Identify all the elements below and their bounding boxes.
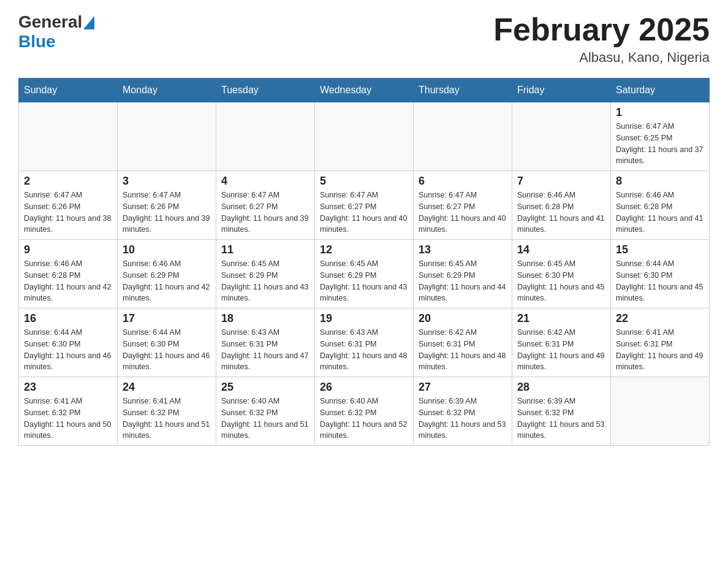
day-number: 2 [24, 175, 112, 188]
table-row [216, 102, 315, 171]
table-row: 26Sunrise: 6:40 AMSunset: 6:32 PMDayligh… [315, 377, 414, 446]
table-row: 12Sunrise: 6:45 AMSunset: 6:29 PMDayligh… [315, 240, 414, 308]
day-number: 17 [123, 312, 211, 325]
month-title: February 2025 [493, 12, 710, 47]
table-row: 21Sunrise: 6:42 AMSunset: 6:31 PMDayligh… [512, 308, 611, 377]
day-info: Sunrise: 6:45 AMSunset: 6:29 PMDaylight:… [419, 258, 507, 304]
table-row: 16Sunrise: 6:44 AMSunset: 6:30 PMDayligh… [19, 308, 118, 377]
day-info: Sunrise: 6:44 AMSunset: 6:30 PMDaylight:… [123, 327, 211, 373]
table-row: 27Sunrise: 6:39 AMSunset: 6:32 PMDayligh… [414, 377, 512, 446]
table-row: 24Sunrise: 6:41 AMSunset: 6:32 PMDayligh… [118, 377, 216, 446]
table-row [118, 102, 216, 171]
day-info: Sunrise: 6:45 AMSunset: 6:30 PMDaylight:… [517, 258, 605, 304]
day-number: 7 [517, 175, 605, 188]
day-number: 3 [123, 175, 211, 188]
table-row [414, 102, 512, 171]
day-info: Sunrise: 6:47 AMSunset: 6:27 PMDaylight:… [320, 190, 408, 236]
table-row: 20Sunrise: 6:42 AMSunset: 6:31 PMDayligh… [414, 308, 512, 377]
table-row: 3Sunrise: 6:47 AMSunset: 6:26 PMDaylight… [118, 171, 216, 240]
table-row: 5Sunrise: 6:47 AMSunset: 6:27 PMDaylight… [315, 171, 414, 240]
title-area: February 2025 Albasu, Kano, Nigeria [493, 12, 710, 66]
day-info: Sunrise: 6:47 AMSunset: 6:25 PMDaylight:… [616, 121, 704, 167]
calendar-week-row: 1Sunrise: 6:47 AMSunset: 6:25 PMDaylight… [19, 102, 710, 171]
svg-marker-0 [83, 16, 94, 29]
day-number: 4 [221, 175, 309, 188]
table-row: 15Sunrise: 6:44 AMSunset: 6:30 PMDayligh… [611, 240, 710, 308]
day-number: 8 [616, 175, 704, 188]
day-info: Sunrise: 6:47 AMSunset: 6:26 PMDaylight:… [123, 190, 211, 236]
day-info: Sunrise: 6:42 AMSunset: 6:31 PMDaylight:… [517, 327, 605, 373]
day-number: 21 [517, 312, 605, 325]
day-number: 23 [24, 381, 112, 394]
day-number: 5 [320, 175, 408, 188]
day-info: Sunrise: 6:43 AMSunset: 6:31 PMDaylight:… [320, 327, 408, 373]
day-number: 10 [123, 243, 211, 256]
table-row: 23Sunrise: 6:41 AMSunset: 6:32 PMDayligh… [19, 377, 118, 446]
table-row: 18Sunrise: 6:43 AMSunset: 6:31 PMDayligh… [216, 308, 315, 377]
day-number: 26 [320, 381, 408, 394]
day-number: 6 [419, 175, 507, 188]
col-thursday: Thursday [414, 79, 512, 102]
day-info: Sunrise: 6:47 AMSunset: 6:26 PMDaylight:… [24, 190, 112, 236]
logo-blue-text: Blue [18, 32, 56, 52]
col-sunday: Sunday [19, 79, 118, 102]
day-info: Sunrise: 6:47 AMSunset: 6:27 PMDaylight:… [419, 190, 507, 236]
location-title: Albasu, Kano, Nigeria [493, 50, 710, 66]
day-info: Sunrise: 6:45 AMSunset: 6:29 PMDaylight:… [320, 258, 408, 304]
day-number: 1 [616, 106, 704, 119]
day-info: Sunrise: 6:41 AMSunset: 6:32 PMDaylight:… [123, 396, 211, 442]
day-number: 28 [517, 381, 605, 394]
day-number: 13 [419, 243, 507, 256]
day-number: 24 [123, 381, 211, 394]
table-row: 14Sunrise: 6:45 AMSunset: 6:30 PMDayligh… [512, 240, 611, 308]
day-number: 22 [616, 312, 704, 325]
day-number: 12 [320, 243, 408, 256]
logo: General Blue [18, 12, 94, 52]
day-number: 27 [419, 381, 507, 394]
day-info: Sunrise: 6:40 AMSunset: 6:32 PMDaylight:… [320, 396, 408, 442]
col-monday: Monday [118, 79, 216, 102]
table-row [512, 102, 611, 171]
table-row: 13Sunrise: 6:45 AMSunset: 6:29 PMDayligh… [414, 240, 512, 308]
day-info: Sunrise: 6:40 AMSunset: 6:32 PMDaylight:… [221, 396, 309, 442]
logo-triangle-icon [83, 16, 94, 29]
table-row [315, 102, 414, 171]
col-saturday: Saturday [611, 79, 710, 102]
table-row: 7Sunrise: 6:46 AMSunset: 6:28 PMDaylight… [512, 171, 611, 240]
calendar-week-row: 2Sunrise: 6:47 AMSunset: 6:26 PMDaylight… [19, 171, 710, 240]
day-info: Sunrise: 6:43 AMSunset: 6:31 PMDaylight:… [221, 327, 309, 373]
day-info: Sunrise: 6:44 AMSunset: 6:30 PMDaylight:… [616, 258, 704, 304]
table-row: 1Sunrise: 6:47 AMSunset: 6:25 PMDaylight… [611, 102, 710, 171]
table-row [19, 102, 118, 171]
table-row: 28Sunrise: 6:39 AMSunset: 6:32 PMDayligh… [512, 377, 611, 446]
day-info: Sunrise: 6:42 AMSunset: 6:31 PMDaylight:… [419, 327, 507, 373]
day-number: 14 [517, 243, 605, 256]
day-info: Sunrise: 6:46 AMSunset: 6:28 PMDaylight:… [24, 258, 112, 304]
day-info: Sunrise: 6:47 AMSunset: 6:27 PMDaylight:… [221, 190, 309, 236]
day-info: Sunrise: 6:46 AMSunset: 6:29 PMDaylight:… [123, 258, 211, 304]
day-number: 16 [24, 312, 112, 325]
logo-general-text: General [18, 12, 82, 32]
day-number: 15 [616, 243, 704, 256]
day-number: 9 [24, 243, 112, 256]
calendar-week-row: 9Sunrise: 6:46 AMSunset: 6:28 PMDaylight… [19, 240, 710, 308]
table-row: 10Sunrise: 6:46 AMSunset: 6:29 PMDayligh… [118, 240, 216, 308]
table-row [611, 377, 710, 446]
table-row: 2Sunrise: 6:47 AMSunset: 6:26 PMDaylight… [19, 171, 118, 240]
day-number: 18 [221, 312, 309, 325]
table-row: 8Sunrise: 6:46 AMSunset: 6:28 PMDaylight… [611, 171, 710, 240]
day-info: Sunrise: 6:46 AMSunset: 6:28 PMDaylight:… [616, 190, 704, 236]
day-number: 25 [221, 381, 309, 394]
day-info: Sunrise: 6:41 AMSunset: 6:32 PMDaylight:… [24, 396, 112, 442]
table-row: 17Sunrise: 6:44 AMSunset: 6:30 PMDayligh… [118, 308, 216, 377]
day-info: Sunrise: 6:39 AMSunset: 6:32 PMDaylight:… [517, 396, 605, 442]
table-row: 6Sunrise: 6:47 AMSunset: 6:27 PMDaylight… [414, 171, 512, 240]
day-number: 19 [320, 312, 408, 325]
table-row: 11Sunrise: 6:45 AMSunset: 6:29 PMDayligh… [216, 240, 315, 308]
calendar-header-row: Sunday Monday Tuesday Wednesday Thursday… [19, 79, 710, 102]
table-row: 9Sunrise: 6:46 AMSunset: 6:28 PMDaylight… [19, 240, 118, 308]
calendar-week-row: 23Sunrise: 6:41 AMSunset: 6:32 PMDayligh… [19, 377, 710, 446]
page-header: General Blue February 2025 Albasu, Kano,… [18, 12, 710, 66]
calendar-week-row: 16Sunrise: 6:44 AMSunset: 6:30 PMDayligh… [19, 308, 710, 377]
table-row: 22Sunrise: 6:41 AMSunset: 6:31 PMDayligh… [611, 308, 710, 377]
